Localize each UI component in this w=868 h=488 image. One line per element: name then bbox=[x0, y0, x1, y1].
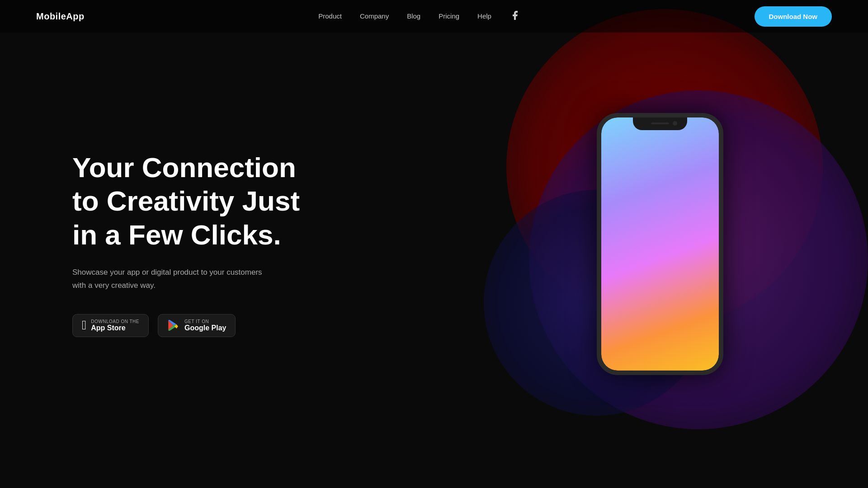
app-store-button[interactable]:  Download on the App Store bbox=[72, 314, 149, 337]
phone-mockup bbox=[597, 113, 723, 375]
nav-pricing[interactable]: Pricing bbox=[439, 12, 459, 20]
phone-body bbox=[597, 113, 723, 375]
phone-notch bbox=[633, 117, 687, 130]
nav-product[interactable]: Product bbox=[318, 12, 342, 20]
facebook-icon[interactable] bbox=[509, 10, 520, 21]
phone-speaker bbox=[651, 122, 669, 124]
hero-subtitle: Showcase your app or digital product to … bbox=[72, 266, 271, 292]
store-buttons:  Download on the App Store GET IT ON bbox=[72, 314, 326, 337]
nav-company[interactable]: Company bbox=[360, 12, 389, 20]
nav-blog[interactable]: Blog bbox=[407, 12, 420, 20]
hero-section: Your Connection to Creativity Just in a … bbox=[0, 0, 868, 488]
apple-icon:  bbox=[82, 319, 86, 332]
download-now-button[interactable]: Download Now bbox=[755, 6, 832, 27]
google-play-icon bbox=[167, 319, 180, 332]
hero-title: Your Connection to Creativity Just in a … bbox=[72, 151, 326, 252]
brand-logo: MobileApp bbox=[36, 11, 85, 22]
hero-content: Your Connection to Creativity Just in a … bbox=[72, 151, 326, 337]
nav-help[interactable]: Help bbox=[477, 12, 491, 20]
google-play-text: GET IT ON Google Play bbox=[184, 319, 226, 332]
phone-screen bbox=[601, 117, 719, 371]
nav-links: Product Company Blog Pricing Help bbox=[318, 10, 520, 23]
app-store-text: Download on the App Store bbox=[91, 319, 139, 332]
phone-camera bbox=[673, 121, 677, 126]
navbar: MobileApp Product Company Blog Pricing H… bbox=[0, 0, 868, 33]
google-play-button[interactable]: GET IT ON Google Play bbox=[158, 314, 236, 337]
